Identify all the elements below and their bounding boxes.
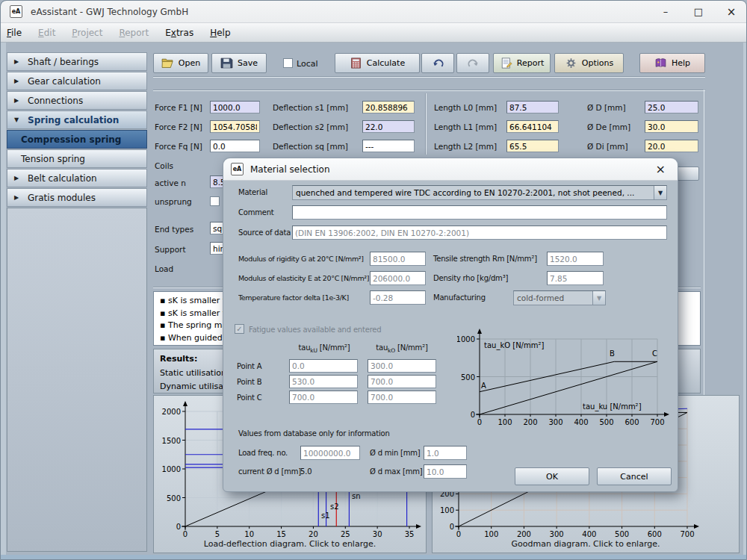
- window-frame-left: [1, 43, 6, 560]
- density-label: Density rho [kg/dm³]: [433, 274, 508, 282]
- help-book-icon: [654, 57, 667, 69]
- local-checkbox[interactable]: [283, 58, 293, 68]
- sidebar-item-gratis-modules[interactable]: ▶ Gratis modules: [7, 188, 147, 207]
- sidebar-item-label: Spring calculation: [28, 115, 119, 125]
- manufacturing-dropdown[interactable]: cold-formed ▼: [513, 290, 606, 305]
- modulus-elasticity-label: Modulus of elasticity E at 20°C [N/mm²]: [238, 274, 369, 282]
- calculate-button[interactable]: Calculate: [335, 53, 420, 73]
- sidebar-item-compression-spring[interactable]: Compression spring: [7, 130, 147, 149]
- svg-text:300: 300: [548, 418, 562, 426]
- undo-button[interactable]: [421, 53, 454, 73]
- point-b-tau-ko-field[interactable]: [368, 375, 436, 388]
- menu-extras[interactable]: Extras: [165, 28, 193, 38]
- svg-text:500: 500: [461, 373, 475, 382]
- diameter-d-field[interactable]: [645, 101, 698, 113]
- temperature-factor-label: Temperature factor delta [1e-3/K]: [238, 293, 349, 302]
- fatigue-values-checkbox[interactable]: ✓: [235, 324, 244, 334]
- temperature-factor-field[interactable]: [370, 290, 426, 305]
- save-button[interactable]: Save: [211, 53, 267, 73]
- dialog-title-bar: eA Material selection ×: [223, 158, 678, 181]
- diameter-di-label: Ø Di [mm]: [587, 142, 628, 151]
- deflection-s1-field[interactable]: [362, 101, 415, 113]
- modulus-elasticity-field[interactable]: [370, 271, 426, 285]
- deflection-sq-label: Deflection sq [mm]: [273, 142, 348, 151]
- open-button[interactable]: Open: [153, 53, 208, 73]
- source-of-data-label: Source of data: [238, 228, 291, 237]
- point-b-tau-ku-field[interactable]: [289, 375, 358, 388]
- deflection-s2-label: Deflection s2 [mm]: [273, 122, 348, 131]
- sidebar-item-belt-calculation[interactable]: ▶ Belt calculation: [7, 169, 147, 187]
- diameter-di-field[interactable]: [645, 140, 698, 152]
- force-f2-field[interactable]: [210, 120, 260, 133]
- menu-bar: File Edit Project Report Extras Help: [1, 23, 747, 43]
- sidebar-item-shaft-bearings[interactable]: ▶ Shaft / bearings: [7, 52, 147, 71]
- unsprung-checkbox[interactable]: [210, 196, 220, 206]
- svg-text:500: 500: [167, 494, 181, 503]
- source-of-data-field[interactable]: [292, 225, 667, 240]
- ok-button[interactable]: OK: [515, 467, 589, 485]
- report-button[interactable]: Report: [493, 53, 551, 73]
- current-d-label: current Ø d [mm]: [238, 467, 301, 476]
- help-button[interactable]: Help: [639, 53, 705, 73]
- fatigue-strength-chart: 010020030040050060070005001000tau_kO [N/…: [457, 329, 678, 427]
- close-button[interactable]: ×: [715, 1, 747, 22]
- sidebar-item-tension-spring[interactable]: Tension spring: [7, 149, 147, 168]
- svg-text:0: 0: [456, 530, 461, 538]
- svg-text:1500: 1500: [162, 437, 181, 445]
- point-c-tau-ko-field[interactable]: [368, 391, 436, 404]
- point-a-tau-ko-field[interactable]: [368, 359, 436, 373]
- tau-ko-column-header: taukO [N/mm²]: [373, 343, 431, 354]
- load-freq-field[interactable]: [300, 446, 360, 460]
- force-f1-field[interactable]: [210, 101, 260, 113]
- svg-text:10: 10: [244, 530, 254, 538]
- current-d-value: 5.0: [300, 467, 311, 476]
- svg-text:100: 100: [484, 530, 498, 538]
- d-max-field[interactable]: [424, 464, 467, 479]
- diameter-de-field[interactable]: [645, 120, 698, 133]
- menu-file[interactable]: File: [7, 28, 22, 38]
- svg-text:700: 700: [650, 418, 664, 426]
- load-deflection-caption: Load-deflection diagram. Click to enlarg…: [154, 539, 426, 549]
- chevron-right-icon: ▶: [14, 175, 22, 181]
- sidebar-item-connections[interactable]: ▶ Connections: [7, 91, 147, 110]
- material-dropdown[interactable]: quenched and tempered wire TDC according…: [292, 185, 667, 200]
- svg-text:600: 600: [624, 418, 639, 426]
- options-button[interactable]: Options: [554, 53, 624, 73]
- minimize-icon: –: [663, 6, 669, 17]
- svg-text:5: 5: [215, 530, 220, 538]
- length-l1-field[interactable]: [506, 120, 559, 133]
- maximize-icon: □: [694, 6, 703, 17]
- length-l0-field[interactable]: [506, 101, 559, 113]
- deflection-s2-field[interactable]: [362, 120, 415, 133]
- tensile-strength-label: Tensile strength Rm [N/mm²]: [433, 255, 537, 263]
- menu-help[interactable]: Help: [210, 28, 230, 38]
- chevron-right-icon: ▶: [14, 194, 22, 201]
- comment-field[interactable]: [292, 205, 667, 220]
- point-c-tau-ku-field[interactable]: [289, 391, 358, 404]
- minimize-button[interactable]: –: [649, 1, 682, 22]
- length-l2-field[interactable]: [506, 140, 559, 152]
- force-fq-label: Force Fq [N]: [155, 142, 202, 151]
- sidebar-item-gear-calculation[interactable]: ▶ Gear calculation: [7, 72, 147, 90]
- dialog-close-icon[interactable]: ×: [651, 162, 670, 176]
- svg-text:C: C: [652, 349, 657, 358]
- svg-text:0: 0: [183, 530, 187, 538]
- svg-text:20: 20: [309, 530, 318, 538]
- point-a-tau-ku-field[interactable]: [289, 359, 358, 373]
- modulus-rigidity-field[interactable]: [370, 252, 426, 266]
- d-min-field[interactable]: [424, 446, 467, 460]
- force-fq-field[interactable]: [210, 140, 260, 152]
- density-field[interactable]: [547, 271, 604, 285]
- toolbar-separator: [153, 76, 705, 77]
- chevron-right-icon: ▶: [14, 97, 22, 104]
- tensile-strength-field[interactable]: [547, 252, 604, 266]
- dropdown-arrow-icon: ▼: [592, 291, 605, 305]
- deflection-sq-field[interactable]: [362, 140, 415, 152]
- sidebar-item-spring-calculation[interactable]: ▼ Spring calculation: [7, 111, 147, 129]
- svg-text:200: 200: [517, 530, 531, 538]
- svg-text:400: 400: [582, 530, 596, 538]
- dropdown-arrow-icon[interactable]: ▼: [654, 186, 666, 199]
- load-label: Load: [155, 264, 173, 273]
- maximize-button[interactable]: □: [682, 1, 715, 22]
- cancel-button[interactable]: Cancel: [597, 467, 672, 485]
